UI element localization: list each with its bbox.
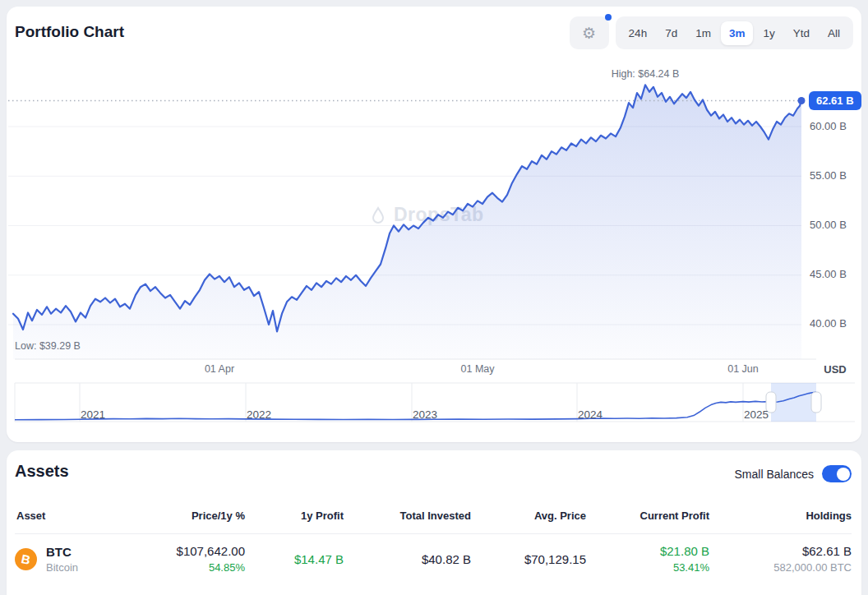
y-tick-60: 60.00 B (810, 120, 861, 132)
current-profit-value: $21.80 B (586, 544, 709, 558)
brush-handle-right[interactable] (811, 392, 821, 413)
year-label-2023: 2023 (413, 408, 437, 421)
current-value-badge: 62.61 B (809, 91, 861, 110)
price-cell: $107,642.00 54.85% (146, 544, 245, 574)
profit-1y-value: $14.47 B (245, 552, 344, 566)
col-current-profit: Current Profit (586, 510, 709, 522)
asset-symbol: BTC (46, 545, 78, 559)
brush-selection[interactable] (771, 383, 816, 422)
portfolio-chart-card: Portfolio Chart ⚙ 24h 7d 1m 3m 1y Ytd Al… (7, 7, 861, 442)
col-1y-profit: 1y Profit (245, 510, 344, 522)
currency-label: USD (811, 363, 859, 376)
high-value-label: High: $64.24 B (579, 68, 711, 80)
assets-title: Assets (15, 462, 69, 481)
col-holdings: Holdings (709, 510, 852, 522)
price-change-value: 54.85% (146, 561, 245, 574)
chart-area-fill (13, 85, 801, 359)
current-profit-pct: 53.41% (586, 561, 709, 574)
avg-price-value: $70,129.15 (471, 552, 586, 566)
assets-card: Assets Small Balances Asset Price/1y % 1… (7, 450, 861, 595)
y-tick-45: 45.00 B (810, 268, 861, 280)
current-profit-cell: $21.80 B 53.41% (586, 544, 709, 574)
col-avg-price: Avg. Price (471, 510, 586, 522)
col-price: Price/1y % (146, 510, 245, 522)
holdings-amount-value: 582,000.00 BTC (709, 561, 852, 574)
x-tick-jun: 01 Jun (709, 363, 778, 375)
small-balances-control: Small Balances (735, 465, 852, 482)
holdings-cell: $62.61 B 582,000.00 BTC (709, 544, 852, 574)
toggle-knob (837, 468, 850, 481)
col-asset: Asset (15, 510, 146, 522)
y-tick-50: 50.00 B (810, 219, 861, 231)
assets-table: Asset Price/1y % 1y Profit Total Investe… (15, 501, 852, 583)
year-label-2025: 2025 (744, 408, 769, 421)
latest-point-dot (798, 97, 806, 104)
price-value: $107,642.00 (146, 544, 245, 558)
table-row-btc[interactable]: B BTC Bitcoin $107,642.00 54.85% $14.47 … (15, 534, 852, 583)
assets-table-header: Asset Price/1y % 1y Profit Total Investe… (15, 501, 852, 534)
year-label-2022: 2022 (247, 408, 271, 421)
asset-cell: B BTC Bitcoin (15, 545, 146, 574)
col-total-invested: Total Invested (344, 510, 471, 522)
y-tick-40: 40.00 B (810, 317, 861, 330)
small-balances-label: Small Balances (735, 468, 815, 481)
profit-1y-cell: $14.47 B (245, 552, 344, 566)
year-label-2021: 2021 (81, 408, 105, 421)
holdings-usd-value: $62.61 B (709, 544, 852, 558)
bitcoin-icon: B (15, 548, 37, 570)
x-tick-may: 01 May (443, 363, 512, 375)
avg-price-cell: $70,129.15 (471, 552, 586, 566)
low-value-label: Low: $39.29 B (15, 340, 81, 352)
x-tick-apr: 01 Apr (185, 363, 254, 375)
total-invested-cell: $40.82 B (344, 552, 471, 566)
asset-name: Bitcoin (46, 561, 78, 574)
y-tick-55: 55.00 B (810, 169, 861, 182)
year-label-2024: 2024 (578, 408, 603, 421)
small-balances-toggle[interactable] (822, 465, 852, 482)
total-invested-value: $40.82 B (344, 552, 471, 566)
